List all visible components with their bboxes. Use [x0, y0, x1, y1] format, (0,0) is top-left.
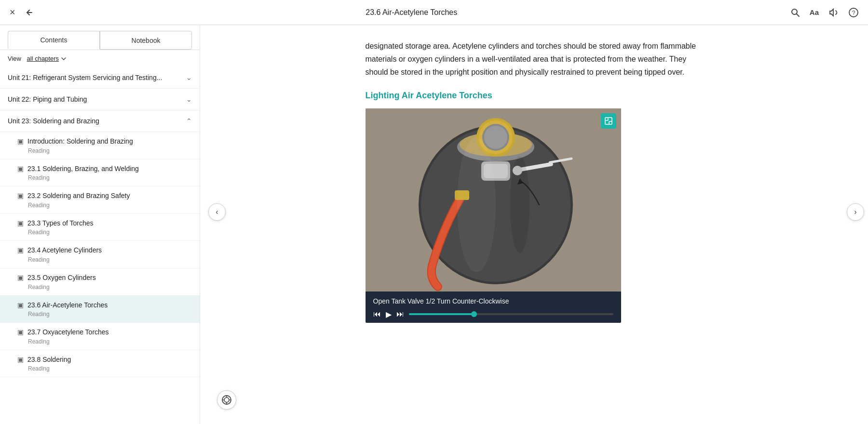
chapter-title: 23.2 Soldering and Brazing Safety: [27, 191, 130, 201]
unit-21-header[interactable]: Unit 21: Refrigerant System Servicing an…: [0, 67, 200, 89]
svg-line-2: [797, 14, 799, 16]
fast-forward-button[interactable]: ⏭: [396, 310, 404, 318]
back-button[interactable]: [24, 8, 33, 17]
chevron-down-icon: ⌄: [186, 95, 192, 103]
sidebar: Contents Notebook View all chapters Unit…: [0, 25, 200, 424]
chapter-title: 23.4 Acetylene Cylinders: [27, 246, 102, 255]
chapter-subtitle: Reading: [28, 284, 192, 291]
prev-nav-button[interactable]: ‹: [208, 203, 226, 221]
unit-23-title: Unit 23: Soldering and Brazing: [8, 117, 99, 125]
chapter-subtitle: Reading: [28, 311, 192, 318]
view-label: View: [8, 55, 21, 62]
play-button[interactable]: ▶: [386, 310, 392, 319]
topbar-left: ×: [10, 7, 33, 18]
video-controls: ⏮ ▶ ⏭: [373, 310, 613, 319]
unit-21-title: Unit 21: Refrigerant System Servicing an…: [8, 74, 162, 81]
chapter-23-5[interactable]: ▣ 23.5 Oxygen Cylinders Reading: [0, 268, 200, 296]
video-caption-bar: Open Tank Valve 1/2 Turn Counter-Clockwi…: [366, 292, 621, 323]
svg-point-13: [484, 126, 507, 149]
book-icon: ▣: [17, 137, 24, 145]
chapter-23-7[interactable]: ▣ 23.7 Oxyacetylene Torches Reading: [0, 323, 200, 350]
svg-rect-23: [605, 118, 608, 120]
sidebar-tabs: Contents Notebook: [0, 25, 200, 50]
chapter-subtitle: Reading: [28, 229, 192, 236]
chevron-right-icon: ›: [854, 208, 856, 216]
progress-fill: [409, 313, 475, 315]
chapter-23-8[interactable]: ▣ 23.8 Soldering Reading: [0, 350, 200, 378]
chapter-subtitle: Reading: [28, 256, 192, 263]
chapter-title: 23.5 Oxygen Cylinders: [27, 273, 96, 283]
content-area: designated storage area. Acetylene cylin…: [200, 25, 868, 424]
chapter-subtitle: Reading: [28, 202, 192, 209]
image-container: Open Tank Valve 1/2 Turn Counter-Clockwi…: [366, 108, 621, 323]
bookmark-button[interactable]: [217, 390, 236, 410]
content-text: designated storage area. Acetylene cylin…: [366, 25, 703, 337]
svg-rect-24: [609, 121, 612, 124]
book-icon: ▣: [17, 328, 24, 336]
expand-button[interactable]: [601, 113, 616, 129]
page-title: 23.6 Air-Acetylene Torches: [366, 8, 457, 17]
search-button[interactable]: [790, 8, 800, 17]
sidebar-content: Unit 21: Refrigerant System Servicing an…: [0, 67, 200, 424]
book-icon: ▣: [17, 192, 24, 199]
expand-icon: [605, 117, 612, 125]
unit-22-header[interactable]: Unit 22: Piping and Tubing ⌄: [0, 89, 200, 110]
chapter-23-2[interactable]: ▣ 23.2 Soldering and Brazing Safety Read…: [0, 186, 200, 214]
audio-button[interactable]: [828, 7, 839, 18]
chapter-title: Introduction: Soldering and Brazing: [27, 137, 133, 146]
chapter-title: 23.7 Oxyacetylene Torches: [27, 328, 109, 337]
svg-text:?: ?: [852, 10, 855, 16]
main-layout: Contents Notebook View all chapters Unit…: [0, 25, 868, 424]
chevron-left-icon: ‹: [216, 208, 218, 216]
torch-image: [366, 108, 621, 292]
book-icon: ▣: [17, 356, 24, 363]
progress-bar[interactable]: [409, 313, 613, 315]
chapter-subtitle: Reading: [28, 338, 192, 345]
all-chapters-link[interactable]: all chapters: [27, 55, 59, 62]
chapter-23-3[interactable]: ▣ 23.3 Types of Torches Reading: [0, 214, 200, 241]
view-all-chapters[interactable]: View all chapters: [0, 50, 200, 67]
topbar: × 23.6 Air-Acetylene Torches Aa ?: [0, 0, 868, 25]
book-icon: ▣: [17, 274, 24, 281]
content-paragraph: designated storage area. Acetylene cylin…: [366, 40, 703, 79]
chapter-subtitle: Reading: [28, 365, 192, 372]
torch-illustration: [366, 108, 621, 292]
chapter-title: 23.3 Types of Torches: [27, 219, 93, 228]
chapter-title: 23.8 Soldering: [27, 355, 71, 365]
font-button[interactable]: Aa: [810, 8, 819, 16]
unit-23-header[interactable]: Unit 23: Soldering and Brazing ⌃: [0, 110, 200, 132]
svg-point-21: [457, 137, 496, 272]
chapter-subtitle: Reading: [28, 147, 192, 154]
section-heading: Lighting Air Acetylene Torches: [366, 91, 703, 101]
chapter-title: 23.6 Air-Acetylene Torches: [27, 301, 108, 310]
chapter-subtitle: Reading: [28, 174, 192, 181]
unit-22-title: Unit 22: Piping and Tubing: [8, 95, 87, 103]
tab-contents[interactable]: Contents: [8, 31, 100, 50]
svg-point-22: [510, 157, 529, 253]
chapter-title: 23.1 Soldering, Brazing, and Welding: [27, 164, 139, 174]
book-icon: ▣: [17, 301, 24, 309]
book-icon: ▣: [17, 246, 24, 254]
book-icon: ▣: [17, 219, 24, 227]
next-nav-button[interactable]: ›: [847, 203, 864, 221]
progress-thumb: [471, 311, 477, 317]
chevron-down-icon: [61, 56, 67, 62]
chapter-23-4[interactable]: ▣ 23.4 Acetylene Cylinders Reading: [0, 241, 200, 268]
tab-notebook[interactable]: Notebook: [100, 31, 192, 50]
topbar-right: Aa ?: [790, 7, 858, 18]
help-button[interactable]: ?: [849, 8, 858, 17]
chapter-23-1[interactable]: ▣ 23.1 Soldering, Brazing, and Welding R…: [0, 159, 200, 187]
chapter-23-6[interactable]: ▣ 23.6 Air-Acetylene Torches Reading: [0, 296, 200, 323]
close-button[interactable]: ×: [10, 7, 15, 18]
caption-text: Open Tank Valve 1/2 Turn Counter-Clockwi…: [373, 297, 613, 305]
chapter-intro[interactable]: ▣ Introduction: Soldering and Brazing Re…: [0, 132, 200, 159]
bookmark-icon: [221, 395, 232, 405]
rewind-button[interactable]: ⏮: [373, 310, 381, 318]
svg-point-30: [224, 398, 229, 402]
chevron-up-icon: ⌃: [186, 117, 192, 125]
book-icon: ▣: [17, 165, 24, 172]
chevron-down-icon: ⌄: [186, 74, 192, 81]
